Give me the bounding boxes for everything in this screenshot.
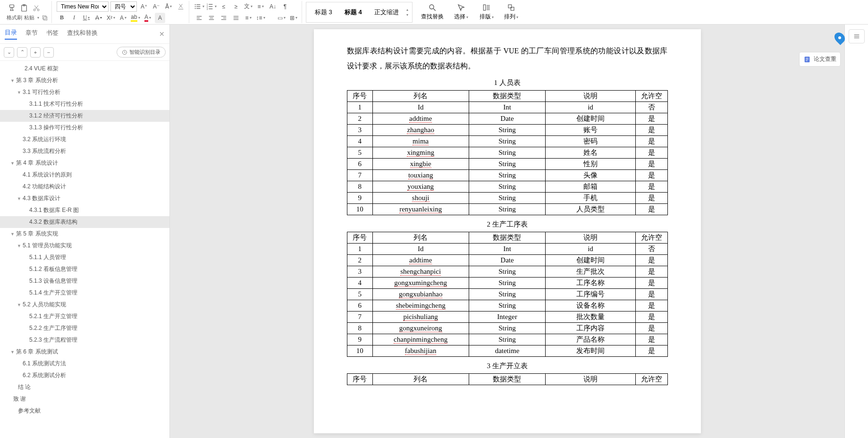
smart-toc-button[interactable]: 智能识别目录 <box>117 47 166 58</box>
cut-icon[interactable] <box>31 3 42 13</box>
close-panel-icon[interactable]: ✕ <box>159 30 165 38</box>
clear-format-icon[interactable] <box>176 1 186 12</box>
table-row: 2addtimeDate创建时间是 <box>347 113 667 125</box>
style-heading4[interactable]: 标题 4 <box>340 6 367 18</box>
toc-expand-icon[interactable]: ⌄ <box>4 47 14 58</box>
numbered-list-icon[interactable]: 123▾ <box>206 1 217 12</box>
table-cell: String <box>469 147 546 159</box>
tab-chapter[interactable]: 章节 <box>25 29 38 39</box>
layout-button[interactable]: 排版▾ <box>478 2 496 22</box>
align-justify-icon[interactable] <box>231 13 241 23</box>
toc-item[interactable]: 5.2.3 生产流程管理 <box>0 334 169 346</box>
borders-icon[interactable]: ⊞▾ <box>288 13 299 23</box>
strikethrough-icon[interactable]: A▾ <box>93 13 104 23</box>
toc-item[interactable]: 2.4 VUE 框架 <box>0 63 169 75</box>
toc-item[interactable]: 4.2 功能结构设计 <box>0 181 169 193</box>
paste-icon[interactable] <box>19 3 29 13</box>
toc-item[interactable]: 6.2 系统测试分析 <box>0 370 169 381</box>
sort-icon[interactable]: A↓ <box>268 1 278 12</box>
table-cell: 是 <box>635 278 667 289</box>
select-button[interactable]: 选择▾ <box>452 2 470 22</box>
toc-item[interactable]: 5.1.2 看板信息管理 <box>0 263 169 275</box>
show-marks-icon[interactable]: ¶ <box>280 1 290 12</box>
toc-item[interactable]: 3.1.3 操作可行性分析 <box>0 122 169 134</box>
text-effect-icon[interactable]: A▾ <box>118 13 128 23</box>
text-direction-icon[interactable]: 文▾ <box>243 1 253 12</box>
format-painter-icon[interactable] <box>7 3 17 13</box>
toc-item[interactable]: ▼3.1 可行性分析 <box>0 86 169 98</box>
toc-item[interactable]: 4.3.1 数据库 E-R 图 <box>0 204 169 216</box>
bold-icon[interactable]: B <box>57 13 67 23</box>
underline-icon[interactable]: U▾ <box>81 13 92 23</box>
toc-item[interactable]: ▼第 5 章 系统实现 <box>0 228 169 240</box>
toc-item[interactable]: ▼第 4 章 系统设计 <box>0 157 169 169</box>
copy-icon[interactable] <box>41 14 49 22</box>
toc-item[interactable]: 3.1.2 经济可行性分析 <box>0 110 169 122</box>
font-color-icon[interactable]: A▾ <box>143 13 153 23</box>
toc-item[interactable]: 3.3 系统流程分析 <box>0 145 169 157</box>
toc-item[interactable]: 参考文献 <box>0 405 169 417</box>
find-replace-button[interactable]: 查找替换 <box>419 2 446 22</box>
toc-remove-icon[interactable]: − <box>43 47 54 58</box>
table-cell: gongxubianhao <box>372 289 469 300</box>
distribute-icon[interactable]: ≡▾ <box>243 13 253 23</box>
arrange-button[interactable]: 排列▾ <box>502 2 520 22</box>
toc-item[interactable]: 3.2 系统运行环境 <box>0 134 169 145</box>
paper-check-button[interactable]: 论文查重 <box>799 52 841 67</box>
table-header-cell: 说明 <box>546 232 635 244</box>
table-cell: 8 <box>347 181 372 193</box>
style-scroll-up-icon[interactable]: ▴ <box>406 8 408 12</box>
tab-bookmark[interactable]: 书签 <box>46 29 59 39</box>
toc-item[interactable]: 3.1.1 技术可行性分析 <box>0 98 169 110</box>
style-scroll-down-icon[interactable]: ▾ <box>406 13 408 17</box>
decrease-indent-icon[interactable]: ≤ <box>219 1 229 12</box>
toc-item[interactable]: 5.2.1 生产开立管理 <box>0 311 169 322</box>
format-painter-label[interactable]: 格式刷 <box>7 14 22 21</box>
paragraph-spacing-icon[interactable]: ↕≡▾ <box>255 13 266 23</box>
tab-toc[interactable]: 目录 <box>5 28 17 40</box>
toc-item[interactable]: 5.1.4 生产开立管理 <box>0 287 169 299</box>
toc-item[interactable]: ▼第 6 章 系统测试 <box>0 346 169 358</box>
style-heading3[interactable]: 标题 3 <box>310 6 337 18</box>
toc-add-icon[interactable]: + <box>30 47 41 58</box>
toc-item[interactable]: 4.3.2 数据库表结构 <box>0 216 169 228</box>
toc-item[interactable]: ▼5.1 管理员功能实现 <box>0 240 169 252</box>
toc-item[interactable]: 5.1.3 设备信息管理 <box>0 275 169 287</box>
superscript-icon[interactable]: X²▾ <box>106 13 116 23</box>
table-cell: picishuliang <box>372 312 469 323</box>
toc-collapse-icon[interactable]: ⌃ <box>17 47 27 58</box>
table-row: 7picishuliangInteger批次数量是 <box>347 312 667 323</box>
bullet-list-icon[interactable]: ▾ <box>194 1 204 12</box>
italic-icon[interactable]: I <box>69 13 79 23</box>
toc-item[interactable]: 4.1 系统设计的原则 <box>0 169 169 181</box>
tab-find-replace[interactable]: 查找和替换 <box>67 29 98 39</box>
change-case-icon[interactable]: Ǎ▾ <box>163 1 174 12</box>
decrease-font-icon[interactable]: A⁻ <box>151 1 161 12</box>
style-body-indent[interactable]: 正文缩进 <box>370 6 404 18</box>
menu-icon[interactable] <box>849 29 865 43</box>
paste-label[interactable]: 粘贴 <box>24 14 34 21</box>
font-family-select[interactable]: Times New Roma <box>57 1 109 12</box>
shading-icon[interactable]: A <box>155 13 165 23</box>
toc-item[interactable]: ▼5.2 人员功能实现 <box>0 299 169 311</box>
highlight-icon[interactable]: ab▾ <box>130 13 141 23</box>
chevron-icon: ▼ <box>10 350 16 354</box>
table-header-cell: 列名 <box>372 232 469 244</box>
align-right-icon[interactable] <box>219 13 229 23</box>
shading-color-icon[interactable]: ▭▾ <box>276 13 287 23</box>
toc-item[interactable]: 5.1.1 人员管理 <box>0 252 169 263</box>
toc-item[interactable]: 结 论 <box>0 381 169 393</box>
toc-item[interactable]: ▼第 3 章 系统分析 <box>0 75 169 86</box>
chevron-down-icon[interactable]: ▾ <box>37 16 39 20</box>
align-left-icon[interactable] <box>194 13 204 23</box>
toc-item[interactable]: 致 谢 <box>0 393 169 405</box>
toc-item[interactable]: 6.1 系统测试方法 <box>0 358 169 370</box>
toc-item[interactable]: ▼4.3 数据库设计 <box>0 193 169 204</box>
line-spacing-icon[interactable]: ≡▾ <box>255 1 266 12</box>
increase-indent-icon[interactable]: ≥ <box>231 1 241 12</box>
align-center-icon[interactable] <box>206 13 217 23</box>
toc-item[interactable]: 5.2.2 生产工序管理 <box>0 322 169 334</box>
font-size-select[interactable]: 四号 <box>110 1 137 12</box>
increase-font-icon[interactable]: A⁺ <box>139 1 149 12</box>
table-header-cell: 数据类型 <box>469 374 546 385</box>
